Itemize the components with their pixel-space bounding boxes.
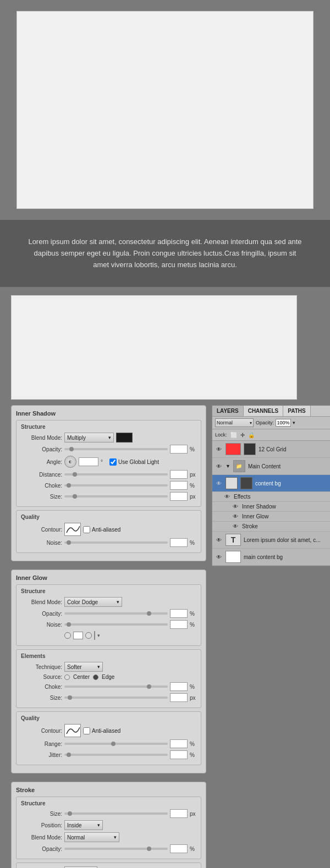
lock-position-icon[interactable]: ✛: [240, 432, 245, 438]
tab-layers[interactable]: LAYERS: [212, 406, 244, 416]
tab-paths[interactable]: PATHS: [283, 406, 310, 416]
noise-input[interactable]: 0: [170, 538, 188, 547]
ig-anti-aliased-cb[interactable]: [83, 727, 90, 734]
ig-source-group: Center Edge: [64, 674, 114, 680]
layers-opacity-input[interactable]: [276, 419, 291, 427]
layer-row-main-content[interactable]: 👁 ▼ 📁 Main Content: [212, 458, 330, 475]
stroke-opacity-input[interactable]: 100: [170, 844, 188, 853]
ig-center-label: Center: [73, 674, 90, 680]
sub-inner-glow-row: 👁 Inner Glow: [212, 512, 330, 522]
ig-size-slider[interactable]: [64, 696, 168, 699]
noise-slider[interactable]: [64, 541, 168, 544]
thumb-12col: [226, 443, 241, 455]
global-light-checkbox[interactable]: [109, 458, 117, 466]
ig-technique-select[interactable]: Softer: [64, 662, 103, 672]
expand-icon[interactable]: ▼: [226, 463, 230, 469]
ig-blend-select[interactable]: Color Dodge: [64, 597, 122, 607]
eye-inner-glow[interactable]: 👁: [232, 513, 239, 519]
eye-stroke[interactable]: 👁: [232, 523, 239, 529]
distance-slider[interactable]: [64, 473, 168, 476]
distance-input[interactable]: 5: [170, 470, 188, 479]
blend-mode-select[interactable]: Multiply: [64, 433, 114, 443]
layer-row-content-bg[interactable]: 👁 content bg fx: [212, 475, 330, 492]
lock-all-icon[interactable]: 🔒: [248, 432, 255, 438]
ig-technique-row: Technique: Softer: [21, 662, 196, 672]
lock-row: Lock: ⬜ ✛ 🔒 Fill: ▾: [212, 429, 330, 441]
stroke-structure-title: Structure: [21, 800, 196, 806]
stroke-size-input[interactable]: 1: [170, 809, 188, 818]
ig-range-input[interactable]: 50: [170, 739, 188, 748]
ig-jitter-row: Jitter: 0 %: [21, 750, 196, 759]
ig-choke-slider[interactable]: [64, 685, 168, 688]
size-slider[interactable]: [64, 495, 168, 497]
stroke-blend-row: Blend Mode: Normal: [21, 832, 196, 842]
ig-radio2[interactable]: [85, 632, 92, 639]
eye-main-bg[interactable]: 👁: [215, 554, 223, 560]
folder-icon: 📁: [233, 460, 245, 472]
ig-blend-label: Blend Mode:: [21, 599, 62, 605]
anti-aliased-checkbox[interactable]: [83, 526, 90, 533]
layers-blend-select[interactable]: Normal: [215, 418, 254, 427]
global-light-label: Use Global Light: [118, 459, 159, 465]
ig-noise-label: Noise:: [21, 622, 62, 628]
angle-dial[interactable]: ◐: [64, 456, 76, 468]
ig-range-slider[interactable]: [64, 743, 168, 745]
inner-glow-effect-label: Inner Glow: [242, 513, 268, 519]
ig-radio1[interactable]: [64, 632, 71, 639]
ig-opacity-slider[interactable]: [64, 612, 168, 615]
ig-opacity-label: Opacity:: [21, 611, 62, 617]
eye-main-content[interactable]: 👁: [215, 463, 223, 469]
eye-12col[interactable]: 👁: [215, 446, 223, 452]
angle-row: Angle: ◐ 120 ° Use Global Light: [21, 456, 196, 468]
stroke-size-slider[interactable]: [64, 812, 168, 815]
stroke-opacity-unit: %: [190, 846, 196, 852]
inner-shadow-quality: Quality Contour: Anti-aliased Noise:: [16, 510, 201, 553]
stroke-blend-select[interactable]: Normal: [64, 832, 119, 842]
eye-effects[interactable]: 👁: [223, 494, 231, 500]
ig-contour-thumb[interactable]: [64, 724, 81, 737]
ig-range-row: Range: 50 %: [21, 739, 196, 748]
effects-label: Effects: [234, 494, 250, 500]
eye-lorem[interactable]: 👁: [215, 537, 223, 543]
ig-quality-title: Quality: [21, 715, 196, 721]
size-input[interactable]: 5: [170, 492, 188, 501]
ig-noise-input[interactable]: 0: [170, 620, 188, 629]
stroke-opacity-slider[interactable]: [64, 848, 168, 850]
contour-thumb[interactable]: [64, 523, 81, 536]
ig-noise-slider[interactable]: [64, 623, 168, 626]
ig-gradient-arrow[interactable]: ▾: [97, 633, 100, 638]
distance-label: Distance:: [21, 472, 62, 478]
eye-inner-shadow[interactable]: 👁: [232, 504, 239, 510]
ig-color-white[interactable]: [73, 632, 83, 639]
blend-color-swatch[interactable]: [116, 433, 133, 443]
ig-edge-radio[interactable]: [93, 675, 98, 680]
eye-content-bg[interactable]: 👁: [215, 480, 223, 486]
choke-input[interactable]: 0: [170, 481, 188, 490]
layer-row-main-bg[interactable]: 👁 main content bg fx: [212, 549, 330, 566]
ig-elements-title: Elements: [21, 653, 196, 659]
ig-size-input[interactable]: 2: [170, 693, 188, 702]
layer-row-12col[interactable]: 👁 12 Col Grid 🔒: [212, 441, 330, 458]
opacity-arrow[interactable]: ▾: [293, 420, 295, 425]
stroke-panel: Stroke Structure Size: 1 px Positio: [11, 782, 206, 868]
stroke-title: Stroke: [16, 787, 201, 793]
opacity-input[interactable]: 10: [170, 445, 188, 454]
opacity-slider[interactable]: [64, 448, 168, 450]
ig-opacity-input[interactable]: 100: [170, 609, 188, 618]
inner-shadow-title: Inner Shadow: [16, 410, 201, 417]
ig-size-unit: px: [190, 695, 196, 701]
ig-gradient-bar[interactable]: [94, 631, 95, 640]
ig-jitter-input[interactable]: 0: [170, 750, 188, 759]
tab-channels[interactable]: CHANNELS: [244, 406, 284, 416]
name-content-bg: content bg: [255, 480, 330, 486]
ig-choke-input[interactable]: 100: [170, 682, 188, 691]
layer-row-lorem[interactable]: 👁 T Lorem ipsum dolor sit amet, c... fx: [212, 532, 330, 549]
ig-center-radio[interactable]: [64, 675, 70, 680]
choke-slider[interactable]: [64, 484, 168, 486]
angle-input[interactable]: 120: [79, 457, 98, 466]
stroke-position-select[interactable]: Inside: [64, 820, 103, 830]
opacity-label: Opacity:: [21, 446, 62, 452]
ig-jitter-slider[interactable]: [64, 754, 168, 756]
ig-choke-label: Choke:: [21, 684, 62, 690]
lock-pixels-icon[interactable]: ⬜: [230, 432, 237, 438]
